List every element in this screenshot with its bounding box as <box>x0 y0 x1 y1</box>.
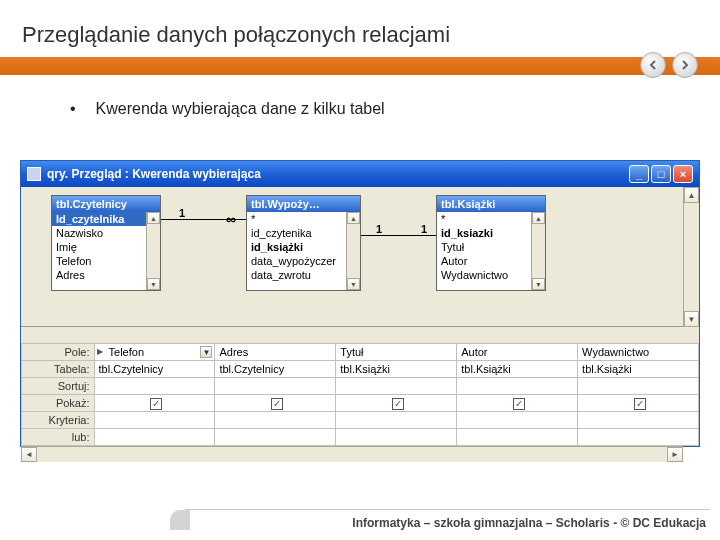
relation-cardinality: 1 <box>376 223 382 235</box>
grid-label: Sortuj: <box>22 378 95 395</box>
slide-title: Przeglądanie danych połączonych relacjam… <box>22 22 450 48</box>
next-slide-button[interactable] <box>672 52 698 78</box>
relation-line[interactable] <box>361 235 436 236</box>
grid-cell[interactable] <box>94 378 215 395</box>
pane-scrollbar-h[interactable]: ◄► <box>21 446 683 462</box>
bullet-text: •Kwerenda wybierająca dane z kilku tabel <box>70 100 385 118</box>
field-item[interactable]: Telefon <box>52 254 160 268</box>
footer-decoration <box>170 510 190 530</box>
relation-cardinality: ∞ <box>226 211 236 227</box>
pane-scrollbar-v[interactable]: ▲▼ <box>683 187 699 327</box>
relationships-pane[interactable]: tbl.Czytelnicy Id_czytelnika Nazwisko Im… <box>21 187 699 327</box>
grid-cell[interactable]: ✓ <box>457 395 578 412</box>
field-item[interactable]: data_zwrotu <box>247 268 360 282</box>
grid-cell[interactable]: Tytuł <box>336 344 457 361</box>
query-window: qry. Przegląd : Kwerenda wybierająca _ □… <box>20 160 700 447</box>
relation-cardinality: 1 <box>421 223 427 235</box>
grid-cell[interactable]: ✓ <box>215 395 336 412</box>
grid-cell[interactable]: ✓ <box>336 395 457 412</box>
field-item[interactable]: id_ksiazki <box>437 226 545 240</box>
field-item[interactable]: Nazwisko <box>52 226 160 240</box>
row-selector-icon: ▶ <box>97 347 103 356</box>
dropdown-icon[interactable]: ▼ <box>200 346 212 358</box>
field-item[interactable]: data_wypożyczer <box>247 254 360 268</box>
close-button[interactable]: × <box>673 165 693 183</box>
grid-label: lub: <box>22 429 95 446</box>
grid-row-tabela: Tabela: tbl.Czytelnicy tbl.Czytelnicy tb… <box>22 361 699 378</box>
table-box-czytelnicy[interactable]: tbl.Czytelnicy Id_czytelnika Nazwisko Im… <box>51 195 161 291</box>
grid-cell[interactable]: ▶Telefon▼ <box>94 344 215 361</box>
show-checkbox[interactable]: ✓ <box>150 398 162 410</box>
grid-row-lub: lub: <box>22 429 699 446</box>
window-titlebar[interactable]: qry. Przegląd : Kwerenda wybierająca _ □… <box>21 161 699 187</box>
field-item[interactable]: Tytuł <box>437 240 545 254</box>
field-item[interactable]: * <box>247 212 360 226</box>
grid-label: Pokaż: <box>22 395 95 412</box>
field-item[interactable]: id_czytenika <box>247 226 360 240</box>
field-item[interactable]: Id_czytelnika <box>52 212 160 226</box>
grid-cell[interactable]: Autor <box>457 344 578 361</box>
grid-row-sortuj: Sortuj: <box>22 378 699 395</box>
field-item[interactable]: * <box>437 212 545 226</box>
field-item[interactable]: Imię <box>52 240 160 254</box>
show-checkbox[interactable]: ✓ <box>392 398 404 410</box>
relation-cardinality: 1 <box>179 207 185 219</box>
grid-label: Kryteria: <box>22 412 95 429</box>
grid-cell[interactable]: ✓ <box>578 395 699 412</box>
grid-row-kryteria: Kryteria: <box>22 412 699 429</box>
grid-label: Tabela: <box>22 361 95 378</box>
table-header[interactable]: tbl.Czytelnicy <box>52 196 160 212</box>
footer-divider <box>185 509 710 510</box>
field-item[interactable]: Wydawnictwo <box>437 268 545 282</box>
table-header[interactable]: tbl.Wypoży… <box>247 196 360 212</box>
field-item[interactable]: id_książki <box>247 240 360 254</box>
minimize-button[interactable]: _ <box>629 165 649 183</box>
grid-row-pole: Pole: ▶Telefon▼ Adres Tytuł Autor Wydawn… <box>22 344 699 361</box>
accent-bar <box>0 57 720 75</box>
grid-cell[interactable]: tbl.Czytelnicy <box>94 361 215 378</box>
field-item[interactable]: Adres <box>52 268 160 282</box>
grid-row-pokaz: Pokaż: ✓ ✓ ✓ ✓ ✓ <box>22 395 699 412</box>
grid-cell[interactable]: tbl.Książki <box>578 361 699 378</box>
scrollbar-v[interactable]: ▲▼ <box>346 212 360 290</box>
footer-text: Informatyka – szkoła gimnazjalna – Schol… <box>352 516 706 530</box>
field-item[interactable]: Autor <box>437 254 545 268</box>
grid-cell[interactable]: ✓ <box>94 395 215 412</box>
maximize-button[interactable]: □ <box>651 165 671 183</box>
scrollbar-v[interactable]: ▲▼ <box>146 212 160 290</box>
grid-cell[interactable]: tbl.Czytelnicy <box>215 361 336 378</box>
grid-cell[interactable]: Adres <box>215 344 336 361</box>
qbe-grid[interactable]: Pole: ▶Telefon▼ Adres Tytuł Autor Wydawn… <box>21 343 699 446</box>
prev-slide-button[interactable] <box>640 52 666 78</box>
table-header[interactable]: tbl.Książki <box>437 196 545 212</box>
table-box-ksiazki[interactable]: tbl.Książki * id_ksiazki Tytuł Autor Wyd… <box>436 195 546 291</box>
show-checkbox[interactable]: ✓ <box>634 398 646 410</box>
window-title: qry. Przegląd : Kwerenda wybierająca <box>47 167 629 181</box>
show-checkbox[interactable]: ✓ <box>271 398 283 410</box>
show-checkbox[interactable]: ✓ <box>513 398 525 410</box>
query-icon <box>27 167 41 181</box>
grid-label: Pole: <box>22 344 95 361</box>
table-box-wypozyczenia[interactable]: tbl.Wypoży… * id_czytenika id_książki da… <box>246 195 361 291</box>
grid-cell[interactable]: Wydawnictwo <box>578 344 699 361</box>
grid-cell[interactable]: tbl.Książki <box>457 361 578 378</box>
grid-cell[interactable]: tbl.Książki <box>336 361 457 378</box>
scrollbar-v[interactable]: ▲▼ <box>531 212 545 290</box>
